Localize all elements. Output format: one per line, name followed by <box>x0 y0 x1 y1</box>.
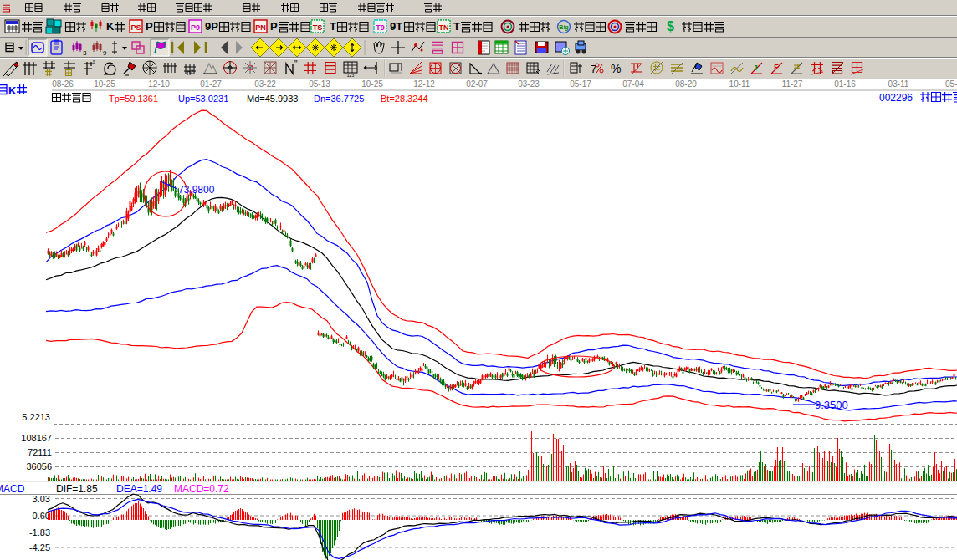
svg-text:$: $ <box>667 19 674 33</box>
svg-text:03-22: 03-22 <box>254 79 276 89</box>
svg-text:Dn=36.7725: Dn=36.7725 <box>314 94 364 104</box>
svg-text:05-17: 05-17 <box>570 79 591 89</box>
svg-text:K: K <box>8 84 17 97</box>
svg-text:05-13: 05-13 <box>309 79 330 89</box>
svg-text:08-20: 08-20 <box>675 79 697 89</box>
svg-text:03-23: 03-23 <box>518 79 540 89</box>
svg-text:DIF=1.85: DIF=1.85 <box>56 483 98 495</box>
svg-text:-4.25: -4.25 <box>29 542 50 552</box>
svg-text:T9: T9 <box>376 23 385 32</box>
svg-text:': ' <box>93 59 95 69</box>
svg-text:36056: 36056 <box>26 461 52 471</box>
svg-text:002296: 002296 <box>879 92 913 104</box>
svg-text:12-10: 12-10 <box>148 79 170 89</box>
svg-text:08-26: 08-26 <box>52 79 74 89</box>
svg-text:F: F <box>774 63 779 71</box>
svg-text:10-11: 10-11 <box>729 79 750 89</box>
svg-text:P: P <box>270 20 278 33</box>
svg-text:TS: TS <box>313 23 323 32</box>
svg-text:10-25: 10-25 <box>361 79 383 89</box>
svg-text:": " <box>294 59 298 69</box>
svg-text:9.3500: 9.3500 <box>815 399 848 411</box>
svg-text:108167: 108167 <box>21 433 52 443</box>
svg-text:03-11: 03-11 <box>888 79 909 89</box>
svg-text:01-27: 01-27 <box>200 79 222 89</box>
svg-text:Up=53.0231: Up=53.0231 <box>178 94 228 104</box>
svg-text:73.9800: 73.9800 <box>178 184 215 196</box>
svg-text:72111: 72111 <box>28 447 52 457</box>
svg-text:MACD: MACD <box>0 483 25 495</box>
svg-text:Big: Big <box>559 24 568 31</box>
svg-text:3.03: 3.03 <box>33 494 50 504</box>
svg-text:MACD=0.72: MACD=0.72 <box>174 483 229 495</box>
svg-text:P9: P9 <box>191 23 200 32</box>
svg-text:02-07: 02-07 <box>466 79 488 89</box>
svg-text:11-27: 11-27 <box>782 79 803 89</box>
svg-text:T: T <box>330 20 336 33</box>
svg-text:9T: 9T <box>390 20 402 33</box>
svg-text:01-16: 01-16 <box>834 79 856 89</box>
svg-text:3: 3 <box>83 49 87 57</box>
svg-text:05-0: 05-0 <box>945 79 957 89</box>
svg-text:PS: PS <box>130 23 141 32</box>
svg-text:Md=45.9933: Md=45.9933 <box>247 94 298 104</box>
svg-text:9: 9 <box>103 49 107 57</box>
svg-text:Tp=59.1361: Tp=59.1361 <box>109 94 158 104</box>
svg-text:07-04: 07-04 <box>622 79 644 89</box>
svg-text:10-25: 10-25 <box>94 79 115 89</box>
svg-text:TN: TN <box>439 23 449 32</box>
svg-text:123: 123 <box>347 73 355 78</box>
svg-text:P: P <box>146 20 153 33</box>
svg-text:n²: n² <box>187 69 193 77</box>
svg-text:K: K <box>106 20 115 33</box>
svg-text:T: T <box>453 20 460 33</box>
svg-text:Bt=28.3244: Bt=28.3244 <box>381 94 428 104</box>
svg-text:DEA=1.49: DEA=1.49 <box>116 483 162 495</box>
svg-text:PN: PN <box>255 23 266 32</box>
svg-text:12-12: 12-12 <box>413 79 435 89</box>
svg-text:%: % <box>611 62 621 75</box>
svg-text:5.2213: 5.2213 <box>22 412 50 422</box>
svg-text:-1.83: -1.83 <box>29 527 50 537</box>
svg-text:J: J <box>753 64 757 72</box>
svg-text:9P: 9P <box>205 20 218 33</box>
svg-text:0.60: 0.60 <box>33 511 50 521</box>
